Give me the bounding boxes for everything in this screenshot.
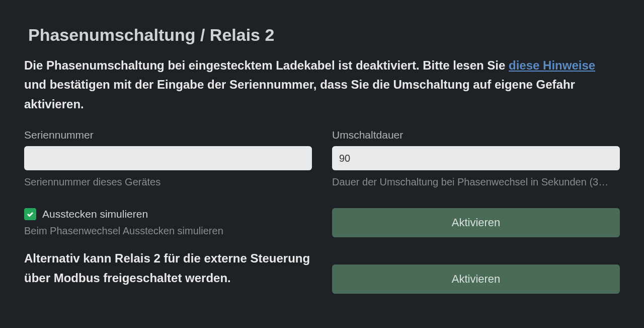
- hints-link[interactable]: diese Hinweise: [509, 58, 595, 72]
- right-lower-col: Aktivieren Aktivieren: [332, 208, 620, 294]
- serial-input[interactable]: [24, 146, 312, 170]
- duration-help: Dauer der Umschaltung bei Phasenwechsel …: [332, 176, 620, 188]
- duration-label: Umschaltdauer: [332, 129, 620, 141]
- simulate-unplug-help: Beim Phasenwechsel Ausstecken simulieren: [24, 225, 312, 237]
- serial-label: Seriennummer: [24, 129, 312, 141]
- serial-field-group: Seriennummer Seriennummer dieses Gerätes: [24, 129, 312, 188]
- description-after: und bestätigen mit der Eingabe der Serie…: [24, 78, 575, 110]
- page-title: Phasenumschaltung / Relais 2: [28, 25, 620, 45]
- description-before: Die Phasenumschaltung bei eingestecktem …: [24, 58, 509, 72]
- phase-switch-description: Die Phasenumschaltung bei eingestecktem …: [24, 56, 620, 114]
- serial-help: Seriennummer dieses Gerätes: [24, 176, 312, 188]
- duration-field-group: Umschaltdauer Dauer der Umschaltung bei …: [332, 129, 620, 188]
- form-row: Seriennummer Seriennummer dieses Gerätes…: [24, 129, 620, 188]
- activate-phase-button[interactable]: Aktivieren: [332, 208, 620, 237]
- left-lower-col: Ausstecken simulieren Beim Phasenwechsel…: [24, 208, 312, 294]
- simulate-unplug-label[interactable]: Ausstecken simulieren: [42, 208, 148, 220]
- simulate-unplug-row: Ausstecken simulieren: [24, 208, 312, 220]
- simulate-unplug-checkbox[interactable]: [24, 208, 36, 220]
- lower-row: Ausstecken simulieren Beim Phasenwechsel…: [24, 208, 620, 294]
- checkmark-icon: [26, 210, 34, 218]
- duration-input[interactable]: [332, 146, 620, 170]
- modbus-description: Alternativ kann Relais 2 für die externe…: [24, 249, 312, 288]
- activate-modbus-button[interactable]: Aktivieren: [332, 265, 620, 294]
